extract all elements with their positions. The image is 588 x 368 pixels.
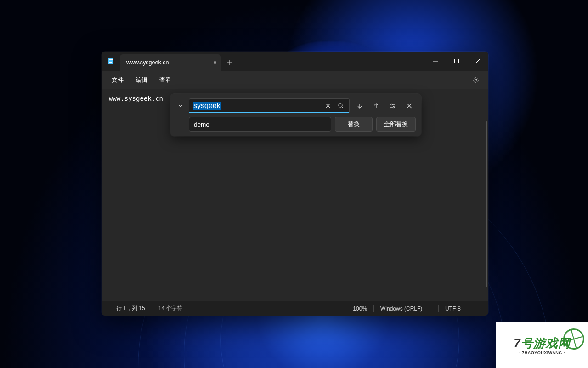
watermark-subtext: · 7HAOYOUXIWANG · [519, 351, 565, 355]
search-options-button[interactable] [386, 99, 399, 112]
close-button[interactable] [467, 52, 488, 71]
status-char-count: 14 个字符 [152, 305, 189, 312]
search-input[interactable]: sysgeek [193, 102, 221, 110]
svg-point-7 [391, 104, 392, 105]
status-line-ending[interactable]: Windows (CRLF) [374, 305, 438, 312]
search-field-wrapper: sysgeek [189, 98, 350, 113]
menubar: 文件 编辑 查看 [102, 71, 488, 89]
replace-button[interactable]: 替换 [335, 117, 373, 132]
maximize-button[interactable] [446, 52, 467, 71]
svg-rect-2 [109, 61, 113, 61]
chevron-down-icon [178, 103, 183, 109]
tab-title: www.sysgeek.cn [126, 59, 169, 66]
replace-all-button[interactable]: 全部替换 [376, 117, 416, 132]
search-icon [338, 103, 344, 109]
menu-view[interactable]: 查看 [154, 73, 177, 87]
arrow-down-icon [356, 103, 363, 109]
close-icon [406, 103, 413, 109]
status-encoding[interactable]: UTF-8 [439, 305, 480, 312]
svg-rect-3 [109, 62, 112, 63]
statusbar: 行 1，列 15 14 个字符 100% Windows (CRLF) UTF-… [102, 301, 488, 316]
menu-edit[interactable]: 编辑 [130, 73, 153, 87]
editor-content[interactable]: www.sysgeek.cn [109, 95, 163, 102]
notepad-window: www.sysgeek.cn 文件 编辑 查看 www.sysgeek.cn [102, 52, 488, 316]
close-icon [325, 103, 331, 109]
options-icon [390, 103, 396, 109]
status-zoom[interactable]: 100% [346, 305, 373, 312]
watermark-prefix: 7 [514, 336, 520, 350]
replace-input[interactable] [189, 117, 331, 132]
document-tab[interactable]: www.sysgeek.cn [120, 54, 221, 71]
settings-button[interactable] [468, 73, 484, 87]
find-next-button[interactable] [353, 99, 366, 112]
find-replace-panel: sysgeek [170, 94, 421, 136]
new-tab-button[interactable] [221, 54, 237, 71]
editor-area[interactable]: www.sysgeek.cn sysgeek [102, 89, 488, 301]
modified-indicator-icon [214, 61, 216, 64]
site-watermark: 7号游戏网 · 7HAOYOUXIWANG · [496, 322, 588, 368]
menu-file[interactable]: 文件 [106, 73, 129, 87]
status-cursor-position[interactable]: 行 1，列 15 [110, 305, 152, 312]
close-find-panel-button[interactable] [403, 99, 416, 112]
clear-search-button[interactable] [322, 99, 334, 112]
svg-point-5 [475, 79, 477, 81]
minimize-button[interactable] [425, 52, 446, 71]
search-button[interactable] [334, 99, 347, 112]
svg-rect-4 [455, 59, 459, 63]
svg-point-6 [339, 104, 342, 107]
collapse-toggle[interactable] [176, 103, 185, 109]
arrow-up-icon [373, 103, 379, 109]
notepad-app-icon [102, 52, 120, 71]
find-previous-button[interactable] [370, 99, 383, 112]
svg-point-8 [393, 106, 394, 108]
titlebar[interactable]: www.sysgeek.cn [102, 52, 488, 71]
vertical-scrollbar[interactable] [486, 121, 487, 287]
svg-rect-1 [109, 59, 113, 60]
